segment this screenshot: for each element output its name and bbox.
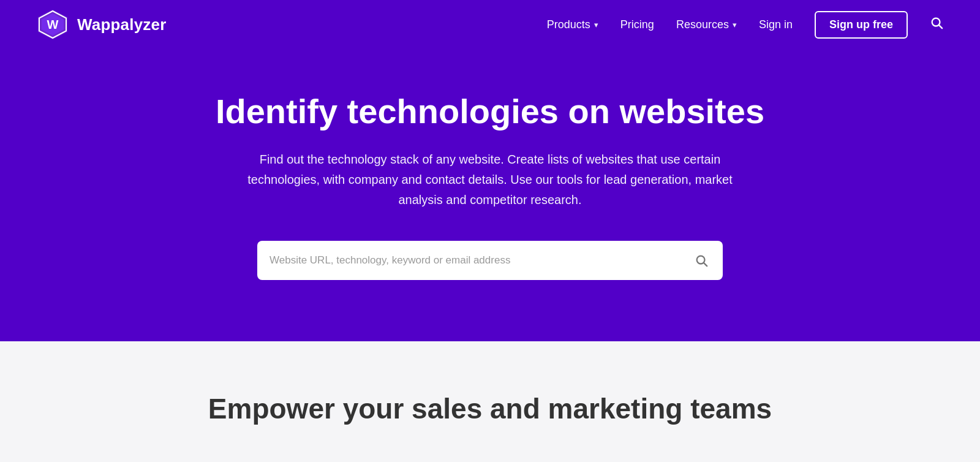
brand-name: Wappalyzer [77, 15, 167, 34]
header: W Wappalyzer Products ▾ Pricing Resource… [0, 0, 980, 49]
lower-section: Empower your sales and marketing teams [0, 341, 980, 462]
search-input[interactable] [270, 254, 692, 267]
search-icon[interactable] [930, 16, 943, 33]
search-submit-button[interactable] [692, 251, 710, 270]
svg-line-5 [939, 25, 942, 28]
chevron-down-icon: ▾ [594, 20, 598, 29]
main-nav: Products ▾ Pricing Resources ▾ Sign in S… [547, 11, 943, 39]
logo[interactable]: W Wappalyzer [37, 9, 167, 40]
logo-icon: W [37, 9, 69, 40]
lower-title: Empower your sales and marketing teams [208, 392, 772, 425]
nav-products[interactable]: Products ▾ [547, 18, 598, 31]
search-bar [257, 241, 723, 280]
nav-pricing[interactable]: Pricing [620, 18, 654, 31]
hero-title: Identify technologies on websites [216, 92, 764, 131]
hero-section: Identify technologies on websites Find o… [0, 49, 980, 341]
nav-signin[interactable]: Sign in [759, 18, 793, 31]
nav-resources[interactable]: Resources ▾ [676, 18, 737, 31]
hero-subtitle: Find out the technology stack of any web… [245, 150, 735, 210]
svg-text:W: W [47, 18, 59, 31]
nav-signup-button[interactable]: Sign up free [815, 11, 908, 39]
svg-line-7 [704, 263, 707, 267]
search-icon [695, 254, 708, 267]
chevron-down-icon: ▾ [733, 20, 737, 29]
